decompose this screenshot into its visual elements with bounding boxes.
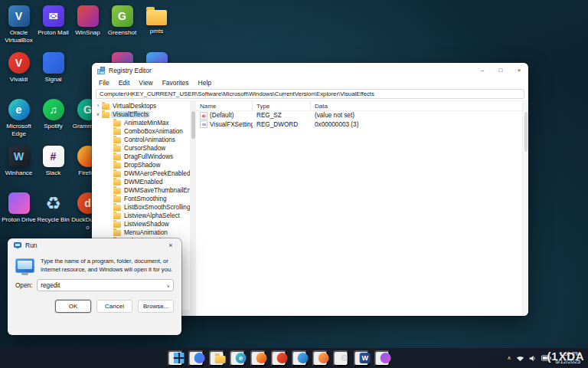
app-icon-glyph: V [15,11,22,21]
taskbar-proton-drive[interactable] [374,350,390,366]
folder-icon [113,196,121,202]
taskbar-brave[interactable] [271,350,287,366]
tree-chevron-icon[interactable]: ∨ [96,112,100,117]
menu-item[interactable]: View [134,79,157,87]
tree-item[interactable]: AnimateMinMax [92,119,190,127]
tree-item[interactable]: DWMEnabled [92,178,190,186]
taskbar-thunderbird[interactable] [292,350,308,366]
app-icon: ⚙ [339,353,350,363]
registry-values-pane: Name Type Data (Default) REG_SZ (value n… [196,101,522,316]
tree-item-label: AnimateMinMax [122,120,171,127]
tree-item[interactable]: ComboBoxAnimation [92,127,190,136]
desktop-icon-vivaldi[interactable]: V Vivaldi [2,50,36,97]
desktop-icon-recycle-bin[interactable]: ♻ Recycle Bin [36,190,70,237]
folder-icon [113,179,121,186]
taskbar-pinned-apps: e ⚙ [168,348,411,368]
menu-item[interactable]: Favorites [158,79,194,87]
tree-vertical-scrollbar[interactable] [190,101,196,316]
desktop-icon-label: Oracle VirtualBox [2,29,36,44]
desktop-icon-signal[interactable]: Signal [36,50,70,97]
tree-item-label: MenuAnimation [122,229,169,236]
scrollbar-thumb[interactable] [191,111,195,139]
maximize-button[interactable]: □ [492,63,510,77]
open-label: Open: [15,282,32,289]
close-button[interactable]: × [510,63,528,77]
ok-button[interactable]: OK [55,300,91,313]
taskbar-file-explorer[interactable] [209,350,225,366]
taskbar-settings[interactable]: ⚙ [333,350,349,366]
registry-value-default[interactable]: (Default) REG_SZ (value not set) [196,111,522,120]
hidden-icons-chevron-icon[interactable]: ∧ [507,355,511,361]
tree-item[interactable]: ListviewAlphaSelect [92,212,190,220]
scrollbar-thumb[interactable] [524,112,528,152]
tree-item-virtualdesktops[interactable]: › VirtualDesktops [92,102,190,110]
desktop-icon-microsoft-edge[interactable]: e Microsoft Edge [2,97,36,143]
xda-watermark-text: XDA [559,350,584,363]
desktop-icon-pmts-folder[interactable]: pmts [139,3,174,50]
folder-icon [113,205,121,211]
desktop-icon-winsnap[interactable]: WinSnap [70,3,105,50]
desktop-icon-proton-mail[interactable]: ✉ Proton Mail [36,3,70,50]
desktop-icon-proton-drive[interactable]: Proton Drive [2,190,36,237]
tree-item[interactable]: MenuAnimation [92,228,190,237]
tree-item[interactable]: DWMSaveThumbnailEnabled [92,186,190,195]
app-icon [215,356,226,363]
desktop-icon-virtualbox[interactable]: V Oracle VirtualBox [2,3,36,50]
tree-item[interactable]: ControlAnimations [92,136,190,144]
app-icon [256,353,267,363]
tree-item-visualeffects[interactable]: ∨ VisualEffects [92,110,190,119]
taskbar-search[interactable] [188,350,204,366]
browse-button[interactable]: Browse... [138,300,174,313]
open-combobox[interactable]: regedit ∨ [37,279,174,291]
desktop-icon-slack[interactable]: # Slack [36,143,70,190]
app-icon-glyph: ✉ [49,11,58,21]
registry-value-visualfxsetting[interactable]: VisualFXSetting REG_DWORD 0x00000003 (3) [196,120,522,130]
registry-addressbar: Computer\HKEY_CURRENT_USER\Software\Micr… [92,87,528,100]
open-row: Open: regedit ∨ [8,275,181,291]
registry-titlebar[interactable]: Registry Editor – □ × [92,63,528,77]
tree-item[interactable]: ListBoxSmoothScrolling [92,203,190,212]
folder-icon [113,171,121,177]
taskbar-edge[interactable]: e [230,350,246,366]
minimize-button[interactable]: – [473,63,492,77]
app-icon [146,10,167,25]
desktop-icon-winhance[interactable]: W Winhance [2,143,36,190]
menu-item[interactable]: Help [194,79,216,87]
app-icon [194,353,205,363]
tree-item[interactable]: CursorShadow [92,144,190,153]
run-titlebar[interactable]: Run × [8,238,181,252]
column-header[interactable]: Data [311,101,522,110]
desktop-icon-greenshot[interactable]: G Greenshot [105,3,139,50]
tree-item[interactable]: DropShadow [92,161,190,169]
tree-item-label: ListBoxSmoothScrolling [122,204,190,211]
app-icon-glyph: e [16,104,22,115]
column-header[interactable]: Name [196,101,253,110]
taskbar: e ⚙ [0,348,588,368]
app-icon [77,5,99,27]
taskbar-duckduckgo[interactable] [312,350,328,366]
cancel-button[interactable]: Cancel [96,300,132,313]
column-header[interactable]: Type [253,101,311,110]
tree-chevron-icon[interactable]: › [96,104,100,109]
tree-item[interactable]: ListviewShadow [92,220,190,228]
combo-dropdown-arrow-icon[interactable]: ∨ [167,283,170,288]
tree-item[interactable]: FontSmoothing [92,195,190,203]
desktop-icon-label: Signal [44,76,61,84]
taskbar-word[interactable]: W [354,350,370,366]
tree-item[interactable]: DragFullWindows [92,153,190,161]
close-button[interactable]: × [160,238,181,252]
network-icon[interactable] [516,355,524,362]
start-button[interactable] [168,350,184,366]
value-type-icon [200,112,207,120]
taskbar-firefox[interactable] [250,350,266,366]
menu-item[interactable]: Edit [114,79,135,87]
registry-address-input[interactable]: Computer\HKEY_CURRENT_USER\Software\Micr… [96,89,524,99]
volume-icon[interactable] [529,355,537,362]
desktop-icon-spotify[interactable]: ♫ Spotify [36,97,70,143]
desktop-icon-label: Proton Drive [2,216,35,224]
values-vertical-scrollbar[interactable] [522,101,528,316]
window-title: Run [25,242,38,249]
tree-item[interactable]: DWMAeroPeekEnabled [92,169,190,178]
xda-watermark-mark: (1 [547,350,557,363]
menu-item[interactable]: File [94,79,114,87]
